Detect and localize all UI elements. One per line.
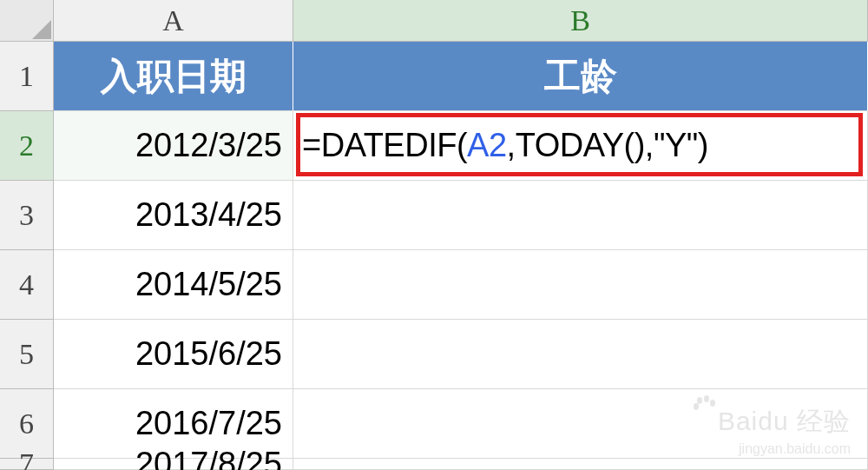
- select-all-corner[interactable]: [0, 0, 54, 42]
- row-header-1[interactable]: 1: [0, 42, 54, 111]
- col-header-b[interactable]: B: [293, 0, 868, 42]
- formula-content: =DATEDIF(A2,TODAY(),"Y"): [293, 127, 717, 164]
- cell-b4[interactable]: [293, 250, 868, 320]
- formula-paren-close: ): [635, 127, 645, 164]
- row-header-2[interactable]: 2: [0, 111, 54, 181]
- formula-paren-open: (: [624, 127, 635, 164]
- cell-b7[interactable]: [293, 459, 868, 470]
- header-cell-a1[interactable]: 入职日期: [54, 42, 293, 111]
- row-header-3[interactable]: 3: [0, 181, 54, 250]
- cell-a5[interactable]: 2015/6/25: [54, 320, 293, 389]
- cell-a4[interactable]: 2014/5/25: [54, 250, 293, 320]
- spreadsheet-grid: A B 1 入职日期 工龄 2 2012/3/25 =DATEDIF(A2,TO…: [0, 0, 868, 470]
- cell-b6[interactable]: [293, 389, 868, 459]
- header-cell-b1[interactable]: 工龄: [293, 42, 868, 111]
- cell-a2[interactable]: 2012/3/25: [54, 111, 293, 181]
- row-header-5[interactable]: 5: [0, 320, 54, 389]
- cell-b2[interactable]: =DATEDIF(A2,TODAY(),"Y"): [293, 111, 868, 181]
- cell-a7[interactable]: 2017/8/25: [54, 459, 293, 470]
- formula-ref-a2: A2: [467, 127, 506, 164]
- formula-suffix: ,"Y"): [645, 127, 708, 164]
- row-header-4[interactable]: 4: [0, 250, 54, 320]
- col-header-a[interactable]: A: [54, 0, 293, 42]
- corner-triangle-icon: [32, 20, 51, 39]
- cell-b3[interactable]: [293, 181, 868, 250]
- row-header-7[interactable]: 7: [0, 459, 54, 470]
- cell-a3[interactable]: 2013/4/25: [54, 181, 293, 250]
- cell-b5[interactable]: [293, 320, 868, 389]
- formula-prefix: =DATEDIF(: [302, 127, 467, 164]
- formula-mid: ,TODAY: [507, 127, 624, 164]
